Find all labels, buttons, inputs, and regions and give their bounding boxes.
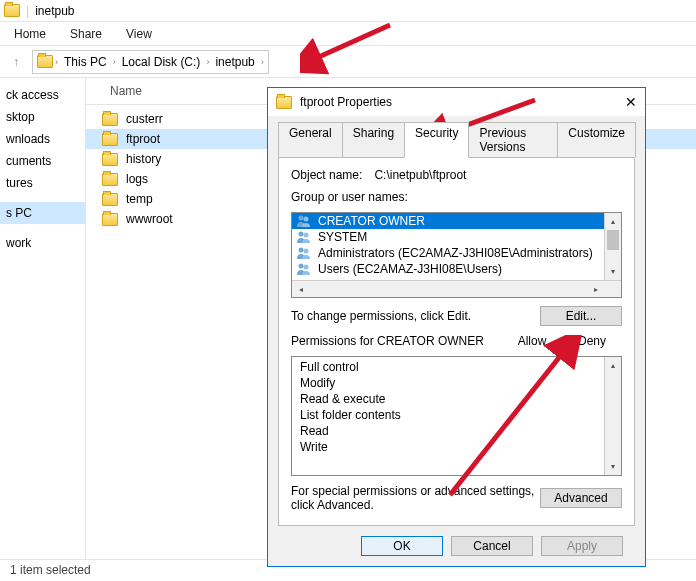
deny-column-header: Deny [562,334,622,348]
scrollbar-vertical[interactable]: ▴ ▾ [604,357,621,475]
scrollbar-vertical[interactable]: ▴ ▾ [604,213,621,280]
folder-icon [276,96,292,109]
permission-row: Full control [292,359,621,375]
apply-button[interactable]: Apply [541,536,623,556]
permission-row: Read & execute [292,391,621,407]
permission-row: Read [292,423,621,439]
crumb-this-pc[interactable]: This PC [60,55,111,69]
group-item[interactable]: SYSTEM [292,229,621,245]
user-group-icon [296,230,312,244]
group-item[interactable]: CREATOR OWNER [292,213,621,229]
separator: | [26,4,29,18]
close-icon[interactable]: ✕ [625,94,637,110]
scroll-up-icon[interactable]: ▴ [605,357,621,374]
allow-cell [493,424,553,438]
sidebar-item[interactable]: cuments [0,150,85,172]
group-item[interactable]: Administrators (EC2AMAZ-J3HI08E\Administ… [292,245,621,261]
advanced-row: For special permissions or advanced sett… [291,484,622,512]
ribbon-tabs: Home Share View [0,22,696,46]
group-item[interactable]: Users (EC2AMAZ-J3HI08E\Users) [292,261,621,277]
sidebar-item-this-pc[interactable]: s PC [0,202,85,224]
tab-security[interactable]: Security [404,122,469,158]
edit-row: To change permissions, click Edit. Edit.… [291,306,622,326]
scrollbar-thumb[interactable] [607,230,619,250]
crumb-drive[interactable]: Local Disk (C:) [118,55,205,69]
svg-point-3 [304,233,309,238]
sidebar-item [0,224,85,232]
chevron-right-icon[interactable]: › [261,57,264,67]
svg-point-1 [304,217,309,222]
folder-icon [102,113,118,126]
dialog-titlebar[interactable]: ftproot Properties ✕ [268,88,645,116]
folder-icon [37,55,53,68]
nav-up-icon[interactable]: ↑ [6,52,26,72]
advanced-text: For special permissions or advanced sett… [291,484,540,512]
svg-point-0 [299,216,304,221]
crumb-folder[interactable]: inetpub [211,55,258,69]
tab-sharing[interactable]: Sharing [342,122,405,157]
sidebar-item[interactable]: work [0,232,85,254]
chevron-right-icon[interactable]: › [55,57,58,67]
allow-column-header: Allow [502,334,562,348]
user-group-icon [296,262,312,276]
advanced-button[interactable]: Advanced [540,488,622,508]
permissions-for-label: Permissions for CREATOR OWNER [291,334,502,348]
group-names-label: Group or user names: [291,190,622,204]
file-name: custerr [126,112,163,126]
tab-previous-versions[interactable]: Previous Versions [468,122,558,157]
permission-row: Write [292,439,621,455]
scrollbar-horizontal[interactable]: ◂ ▸ [292,280,621,297]
sidebar-item[interactable]: wnloads [0,128,85,150]
permission-name: Read [300,424,493,438]
object-name-label: Object name: [291,168,362,182]
tab-view[interactable]: View [126,27,152,41]
properties-dialog: ftproot Properties ✕ General Sharing Sec… [267,87,646,567]
permission-name: Write [300,440,493,454]
svg-point-4 [299,248,304,253]
sidebar-item[interactable]: tures [0,172,85,194]
sidebar-item[interactable]: sktop [0,106,85,128]
edit-button[interactable]: Edit... [540,306,622,326]
user-group-icon [296,246,312,260]
permission-name: Modify [300,376,493,390]
permission-name: List folder contents [300,408,493,422]
svg-point-6 [299,264,304,269]
cancel-button[interactable]: Cancel [451,536,533,556]
folder-icon [102,213,118,226]
permissions-list[interactable]: Full controlModifyRead & executeList fol… [291,356,622,476]
allow-cell [493,392,553,406]
dialog-tabs: General Sharing Security Previous Versio… [278,122,635,157]
object-name-value: C:\inetpub\ftproot [374,168,466,182]
scroll-right-icon[interactable]: ▸ [587,281,604,297]
scroll-up-icon[interactable]: ▴ [605,213,621,230]
object-name-row: Object name: C:\inetpub\ftproot [291,168,622,182]
ok-button[interactable]: OK [361,536,443,556]
address-bar: ↑ › This PC › Local Disk (C:) › inetpub … [0,46,696,78]
tab-share[interactable]: Share [70,27,102,41]
window-titlebar: | inetpub [0,0,696,22]
sidebar-item[interactable]: ck access [0,84,85,106]
svg-point-7 [304,265,309,270]
allow-cell [493,440,553,454]
svg-point-5 [304,249,309,254]
scroll-left-icon[interactable]: ◂ [292,281,309,297]
breadcrumb[interactable]: › This PC › Local Disk (C:) › inetpub › [32,50,269,74]
dialog-button-row: OK Cancel Apply [278,526,635,566]
folder-icon [102,153,118,166]
file-name: wwwroot [126,212,173,226]
tab-customize[interactable]: Customize [557,122,636,157]
chevron-right-icon[interactable]: › [113,57,116,67]
sidebar-item [0,194,85,202]
tab-general[interactable]: General [278,122,343,157]
scroll-down-icon[interactable]: ▾ [605,458,621,475]
group-user-list[interactable]: CREATOR OWNERSYSTEMAdministrators (EC2AM… [291,212,622,298]
group-name: Administrators (EC2AMAZ-J3HI08E\Administ… [318,246,593,260]
chevron-right-icon[interactable]: › [206,57,209,67]
scroll-down-icon[interactable]: ▾ [605,263,621,280]
permission-name: Read & execute [300,392,493,406]
folder-icon [102,173,118,186]
permissions-header: Permissions for CREATOR OWNER Allow Deny [291,334,622,348]
tab-home[interactable]: Home [14,27,46,41]
group-name: CREATOR OWNER [318,214,425,228]
dialog-body: General Sharing Security Previous Versio… [268,116,645,566]
